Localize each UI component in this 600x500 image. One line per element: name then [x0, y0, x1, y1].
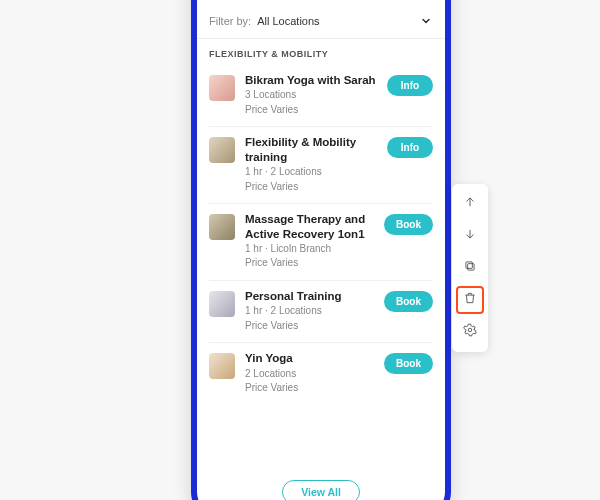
move-down-button[interactable]: [456, 222, 484, 250]
service-thumbnail: [209, 214, 235, 240]
service-meta: 1 hr · 2 Locations: [245, 165, 381, 179]
service-title: Personal Training: [245, 289, 378, 303]
service-thumbnail: [209, 75, 235, 101]
service-price: Price Varies: [245, 381, 378, 395]
arrow-up-icon: [463, 195, 477, 213]
list-item[interactable]: Massage Therapy and Active Recovery 1on1…: [209, 204, 433, 281]
info-button[interactable]: Info: [387, 75, 433, 96]
editor-canvas: Services Service List Filter by: All Loc…: [0, 0, 600, 500]
phone-frame: Services Service List Filter by: All Loc…: [191, 0, 451, 500]
svg-rect-0: [468, 264, 474, 270]
book-button[interactable]: Book: [384, 291, 433, 312]
service-meta: 1 hr · 2 Locations: [245, 304, 378, 318]
book-button[interactable]: Book: [384, 353, 433, 374]
service-meta: 3 Locations: [245, 88, 381, 102]
service-price: Price Varies: [245, 180, 381, 194]
settings-button[interactable]: [456, 318, 484, 346]
view-all-button[interactable]: View All: [282, 480, 360, 500]
item-body: Flexibility & Mobility training 1 hr · 2…: [245, 135, 381, 193]
item-body: Personal Training 1 hr · 2 Locations Pri…: [245, 289, 378, 332]
move-up-button[interactable]: [456, 190, 484, 218]
svg-point-2: [468, 328, 472, 332]
arrow-down-icon: [463, 227, 477, 245]
service-meta: 1 hr · Licoln Branch: [245, 242, 378, 256]
section-header: FLEXIBILITY & MOBILITY: [197, 39, 445, 65]
trash-icon: [463, 291, 477, 309]
service-meta: 2 Locations: [245, 367, 378, 381]
service-price: Price Varies: [245, 319, 378, 333]
svg-rect-1: [466, 262, 472, 268]
service-title: Flexibility & Mobility training: [245, 135, 381, 164]
filter-dropdown[interactable]: Filter by: All Locations: [197, 0, 445, 39]
duplicate-button[interactable]: [456, 254, 484, 282]
app-screen: Services Service List Filter by: All Loc…: [197, 0, 445, 500]
service-price: Price Varies: [245, 256, 378, 270]
book-button[interactable]: Book: [384, 214, 433, 235]
service-thumbnail: [209, 353, 235, 379]
filter-label: Filter by:: [209, 15, 251, 27]
list-item[interactable]: Bikram Yoga with Sarah 3 Locations Price…: [209, 65, 433, 127]
service-thumbnail: [209, 137, 235, 163]
service-price: Price Varies: [245, 103, 381, 117]
item-body: Massage Therapy and Active Recovery 1on1…: [245, 212, 378, 270]
item-body: Bikram Yoga with Sarah 3 Locations Price…: [245, 73, 381, 116]
service-title: Massage Therapy and Active Recovery 1on1: [245, 212, 378, 241]
service-list: Bikram Yoga with Sarah 3 Locations Price…: [197, 65, 445, 472]
item-body: Yin Yoga 2 Locations Price Varies: [245, 351, 378, 394]
chevron-down-icon: [419, 14, 433, 28]
info-button[interactable]: Info: [387, 137, 433, 158]
filter-value: All Locations: [257, 15, 419, 27]
delete-button[interactable]: [456, 286, 484, 314]
copy-icon: [463, 259, 477, 277]
service-thumbnail: [209, 291, 235, 317]
list-item[interactable]: Personal Training 1 hr · 2 Locations Pri…: [209, 281, 433, 343]
service-title: Yin Yoga: [245, 351, 378, 365]
gear-icon: [463, 323, 477, 341]
list-item[interactable]: Yin Yoga 2 Locations Price Varies Book: [209, 343, 433, 404]
editor-toolbar: [452, 184, 488, 352]
view-all-row: View All: [197, 472, 445, 500]
list-item[interactable]: Flexibility & Mobility training 1 hr · 2…: [209, 127, 433, 204]
service-title: Bikram Yoga with Sarah: [245, 73, 381, 87]
